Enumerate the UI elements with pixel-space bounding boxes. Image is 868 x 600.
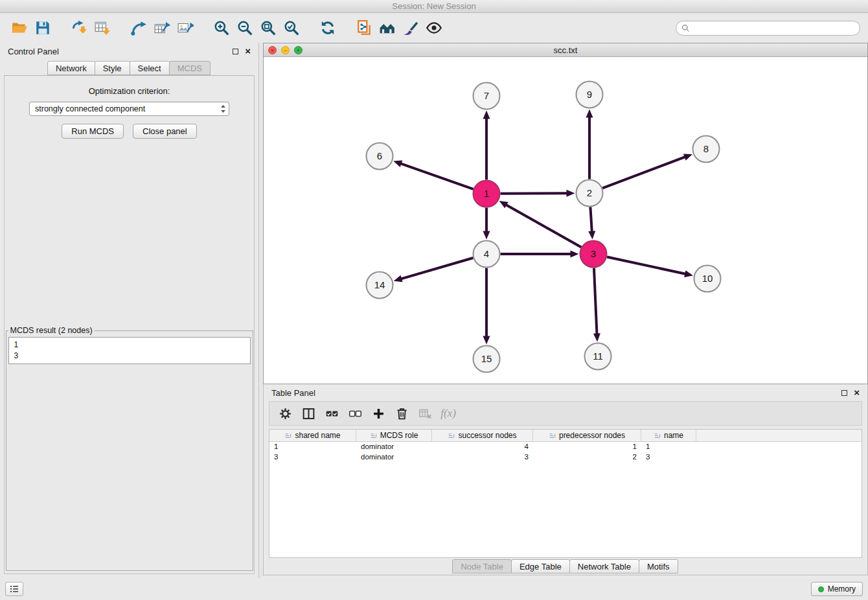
search-field[interactable] bbox=[676, 21, 860, 36]
graph-edge-3-11[interactable] bbox=[593, 268, 600, 341]
graph-node-10[interactable]: 10 bbox=[694, 266, 721, 292]
column-header-name[interactable]: name bbox=[641, 430, 696, 441]
graph-node-6[interactable]: 6 bbox=[367, 143, 393, 170]
close-window-icon[interactable]: × bbox=[268, 46, 277, 54]
graph-node-7[interactable]: 7 bbox=[474, 83, 500, 110]
import-table-button[interactable] bbox=[91, 16, 114, 40]
mcds-result-title: MCDS result (2 nodes) bbox=[8, 326, 95, 335]
tab-select[interactable]: Select bbox=[130, 61, 170, 75]
graph-edge-4-15[interactable] bbox=[483, 268, 490, 345]
zoom-out-button[interactable] bbox=[233, 16, 257, 40]
float-table-panel-icon[interactable] bbox=[841, 390, 847, 396]
graph-edge-1-4[interactable] bbox=[483, 208, 490, 240]
table-row[interactable]: 1dominator411 bbox=[269, 442, 862, 452]
check-none-button[interactable] bbox=[345, 404, 365, 423]
duplicate-view-button[interactable] bbox=[352, 16, 376, 40]
control-panel-tabs: NetworkStyleSelectMCDS bbox=[0, 60, 258, 75]
graph-edge-4-14[interactable] bbox=[394, 258, 474, 282]
zoom-in-button[interactable] bbox=[210, 16, 233, 40]
graph-node-11[interactable]: 11 bbox=[585, 343, 611, 370]
graph-node-1[interactable]: 1 bbox=[474, 181, 500, 207]
mcds-result-list[interactable]: 13 bbox=[8, 337, 251, 364]
column-header-predecessor-nodes[interactable]: predecessor nodes bbox=[533, 430, 641, 441]
column-header-shared-name[interactable]: shared name bbox=[269, 430, 356, 441]
check-all-button[interactable] bbox=[321, 404, 342, 423]
graph-edge-2-9[interactable] bbox=[586, 110, 593, 179]
table-row[interactable]: 3dominator323 bbox=[269, 452, 862, 463]
tab-node-table[interactable]: Node Table bbox=[452, 559, 512, 573]
criterion-value: strongly connected component bbox=[35, 104, 145, 113]
network-canvas[interactable]: 7968124314101511 bbox=[264, 57, 867, 384]
control-panel: Control Panel × NetworkStyleSelectMCDS O… bbox=[0, 43, 259, 578]
graph-edge-3-1[interactable] bbox=[499, 201, 582, 247]
memory-button[interactable]: Memory bbox=[811, 582, 863, 596]
table-header-row: shared nameMCDS rolesuccessor nodesprede… bbox=[269, 430, 862, 442]
import-network-button[interactable] bbox=[67, 16, 91, 40]
table-cell: 2 bbox=[533, 452, 641, 463]
search-input[interactable] bbox=[693, 23, 854, 32]
toolbar-separator bbox=[197, 28, 210, 29]
graph-edge-1-6[interactable] bbox=[393, 161, 473, 189]
export-network-button[interactable] bbox=[127, 16, 150, 40]
tab-network[interactable]: Network bbox=[47, 61, 95, 75]
control-panel-header: Control Panel × bbox=[0, 43, 258, 60]
graph-edge-1-7[interactable] bbox=[483, 111, 490, 180]
table-cell: 1 bbox=[533, 442, 641, 452]
tab-motifs[interactable]: Motifs bbox=[639, 559, 678, 573]
minimize-window-icon[interactable]: – bbox=[281, 46, 290, 54]
refresh-button[interactable] bbox=[316, 16, 339, 40]
overview-button[interactable] bbox=[376, 16, 399, 40]
right-column: scc.txt × – + 7968124314101511 Table Pan… bbox=[263, 43, 868, 578]
add-row-button[interactable] bbox=[368, 404, 389, 423]
status-menu-button[interactable] bbox=[5, 582, 23, 596]
table-cell: 3 bbox=[641, 452, 696, 463]
graph-node-14[interactable]: 14 bbox=[367, 272, 393, 299]
table-panel: Table Panel × f(x) shared nameMCDS roles… bbox=[263, 384, 868, 575]
float-panel-icon[interactable] bbox=[233, 49, 238, 54]
graph-node-4[interactable]: 4 bbox=[474, 241, 500, 268]
graph-edge-2-3[interactable] bbox=[588, 207, 595, 239]
zoom-fit-button[interactable] bbox=[257, 16, 280, 40]
gear-button[interactable] bbox=[275, 404, 295, 423]
table-cell: 3 bbox=[269, 452, 356, 463]
run-mcds-button[interactable]: Run MCDS bbox=[62, 124, 124, 139]
table-cell: dominator bbox=[356, 452, 432, 463]
tab-edge-table[interactable]: Edge Table bbox=[511, 559, 570, 573]
graph-edge-4-3[interactable] bbox=[501, 251, 579, 258]
network-window-title: scc.txt bbox=[264, 45, 867, 55]
table-panel-header: Table Panel × bbox=[264, 384, 867, 401]
eye-button[interactable] bbox=[422, 16, 446, 40]
maximize-window-icon[interactable]: + bbox=[294, 46, 303, 54]
tab-mcds[interactable]: MCDS bbox=[169, 61, 211, 75]
close-panel-icon[interactable]: × bbox=[245, 48, 251, 54]
export-table-button[interactable] bbox=[150, 16, 174, 40]
graph-node-label: 10 bbox=[702, 273, 713, 284]
close-table-panel-icon[interactable]: × bbox=[854, 389, 860, 396]
table-panel-title: Table Panel bbox=[271, 388, 315, 398]
graph-node-15[interactable]: 15 bbox=[474, 346, 500, 373]
graph-node-3[interactable]: 3 bbox=[580, 241, 607, 268]
apply-style-button[interactable] bbox=[399, 16, 422, 40]
control-panel-title: Control Panel bbox=[8, 47, 59, 56]
criterion-select[interactable]: strongly connected component bbox=[29, 102, 229, 116]
zoom-selected-button[interactable] bbox=[280, 16, 303, 40]
open-button[interactable] bbox=[8, 16, 31, 40]
tab-network-table[interactable]: Network Table bbox=[569, 559, 639, 573]
export-image-button[interactable] bbox=[174, 16, 197, 40]
column-header-MCDS-role[interactable]: MCDS role bbox=[356, 430, 432, 441]
columns-button[interactable] bbox=[298, 404, 319, 423]
column-header-successor-nodes[interactable]: successor nodes bbox=[432, 430, 533, 441]
tab-style[interactable]: Style bbox=[95, 61, 130, 75]
graph-node-8[interactable]: 8 bbox=[693, 136, 720, 163]
close-panel-button[interactable]: Close panel bbox=[133, 124, 197, 139]
graph-edge-2-8[interactable] bbox=[602, 154, 692, 188]
graph-edge-3-10[interactable] bbox=[607, 257, 693, 277]
trash-button[interactable] bbox=[391, 404, 412, 423]
list-icon bbox=[9, 584, 19, 594]
graph-node-2[interactable]: 2 bbox=[577, 180, 603, 207]
toolbar-separator bbox=[303, 28, 316, 29]
save-button[interactable] bbox=[31, 16, 54, 40]
graph-node-label: 1 bbox=[484, 188, 489, 199]
graph-edge-1-2[interactable] bbox=[500, 190, 575, 197]
graph-node-9[interactable]: 9 bbox=[577, 82, 603, 108]
